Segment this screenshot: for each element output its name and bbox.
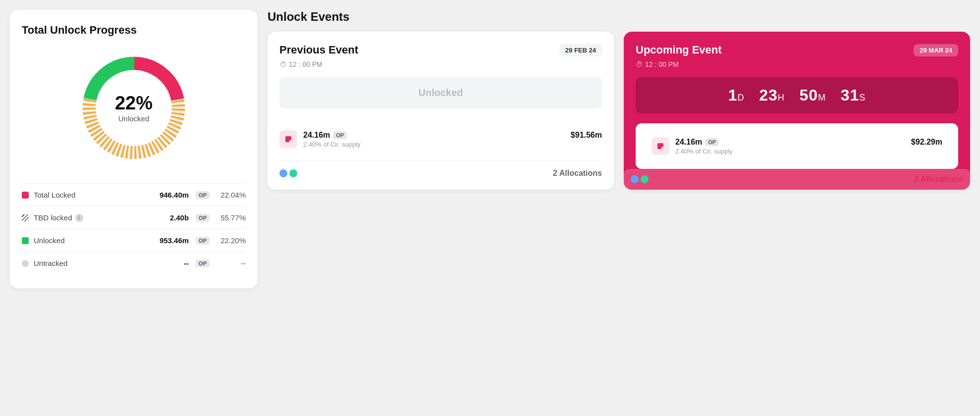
donut-label: Unlocked: [115, 114, 153, 123]
legend-row-tbd: TBD locked i 2.40b OP 55.77%: [22, 206, 246, 229]
upcoming-dot-green: [641, 175, 649, 183]
upcoming-alloc-amount-row: 24.16m OP $92.29m: [675, 138, 942, 147]
svg-rect-7: [288, 136, 291, 140]
prev-alloc-icon: [279, 130, 297, 148]
upcoming-event-footer: 2 Allocations: [624, 169, 970, 190]
upcoming-alloc-label[interactable]: 2 Allocations: [914, 175, 963, 184]
prev-alloc-dots: [279, 169, 297, 177]
legend-dot-unlocked: [22, 237, 29, 244]
upcoming-alloc-icon: [652, 137, 669, 155]
dot-blue: [279, 169, 287, 177]
countdown-minutes: 50: [799, 86, 818, 104]
upcoming-alloc-amount: 24.16m: [675, 138, 702, 147]
prev-alloc-label[interactable]: 2 Allocations: [553, 169, 602, 178]
prev-alloc-badge: OP: [333, 131, 347, 139]
upcoming-event-header: Upcoming Event 29 MAR 24: [636, 44, 958, 56]
prev-alloc-supply: 2.40% of Cir. supply: [303, 141, 602, 148]
prev-alloc-usd: $91.56m: [571, 131, 602, 140]
op-badge-locked: OP: [196, 191, 210, 199]
legend-pct-locked: 22.04%: [218, 191, 246, 199]
donut-center: 22% Unlocked: [115, 94, 153, 123]
tbd-info-icon[interactable]: i: [75, 214, 83, 222]
events-row: Previous Event 29 FEB 24 ⏱ 12 : 00 PM Un…: [268, 32, 970, 190]
upcoming-alloc-dots: [631, 175, 649, 183]
legend-pct-tbd: 55.77%: [218, 213, 246, 222]
upcoming-event-card: Upcoming Event 29 MAR 24 ⏱ 12 : 00 PM 1D…: [624, 32, 970, 190]
legend-pct-unlocked: 22.20%: [218, 236, 246, 245]
legend-rows: Total Locked 946.40m OP 22.04% TBD locke…: [22, 183, 246, 274]
prev-alloc-item: 24.16m OP $91.56m 2.40% of Cir. supply: [279, 124, 602, 154]
days-unit: D: [737, 93, 744, 103]
upcoming-alloc-wrapper: 24.16m OP $92.29m 2.40% of Cir. supply: [644, 131, 950, 161]
upcoming-clock-icon: ⏱: [636, 60, 643, 68]
upcoming-alloc-info: 24.16m OP $92.29m 2.40% of Cir. supply: [675, 138, 942, 155]
legend-name-locked: Total Locked: [34, 191, 155, 199]
countdown-box: 1D 23H 50M 31S: [636, 77, 958, 113]
panel-title: Total Unlock Progress: [22, 24, 246, 37]
legend-value-untracked: --: [184, 259, 189, 267]
op-badge-unlocked: OP: [196, 237, 210, 245]
upcoming-event-title: Upcoming Event: [636, 44, 722, 56]
prev-alloc-amount-row: 24.16m OP $91.56m: [303, 131, 602, 140]
prev-event-title: Previous Event: [279, 44, 358, 56]
upcoming-alloc-badge: OP: [705, 138, 719, 146]
donut-percent: 22%: [115, 94, 153, 112]
upcoming-alloc-item: 24.16m OP $92.29m 2.40% of Cir. supply: [652, 131, 942, 161]
svg-rect-10: [660, 143, 663, 147]
countdown-seconds: 31: [841, 86, 860, 104]
prev-event-header: Previous Event 29 FEB 24: [279, 44, 602, 56]
legend-value-unlocked: 953.46m: [160, 236, 189, 245]
total-unlock-panel: Total Unlock Progress 22% Unlocked Total…: [10, 10, 258, 288]
unlocked-status-btn: Unlocked: [279, 77, 602, 108]
previous-event-card: Previous Event 29 FEB 24 ⏱ 12 : 00 PM Un…: [268, 32, 614, 190]
prev-event-time: ⏱ 12 : 00 PM: [279, 60, 602, 68]
legend-name-tbd: TBD locked i: [34, 213, 165, 222]
donut-chart-container: 22% Unlocked: [22, 49, 246, 167]
legend-row-untracked: Untracked -- OP --: [22, 252, 246, 274]
minutes-unit: M: [818, 93, 826, 103]
legend-row-total-locked: Total Locked 946.40m OP 22.04%: [22, 183, 246, 206]
prev-alloc-info: 24.16m OP $91.56m 2.40% of Cir. supply: [303, 131, 602, 148]
upcoming-event-time: ⏱ 12 : 00 PM: [636, 60, 958, 68]
legend-dot-tbd: [22, 214, 29, 221]
upcoming-event-date: 29 MAR 24: [914, 44, 958, 56]
legend-pct-untracked: --: [218, 259, 246, 267]
legend-dot-locked: [22, 192, 29, 199]
legend-name-unlocked: Unlocked: [34, 236, 155, 245]
upcoming-alloc-usd: $92.29m: [911, 138, 942, 147]
legend-row-unlocked: Unlocked 953.46m OP 22.20%: [22, 229, 246, 252]
upcoming-alloc-supply: 2.40% of Cir. supply: [675, 148, 942, 155]
legend-dot-untracked: [22, 260, 29, 267]
hours-unit: H: [778, 93, 785, 103]
prev-event-date: 29 FEB 24: [559, 44, 602, 56]
op-badge-tbd: OP: [196, 214, 210, 222]
countdown-days: 1: [728, 86, 738, 104]
clock-icon: ⏱: [279, 60, 286, 68]
optimism-icon: [283, 134, 293, 144]
countdown-text: 1D 23H 50M 31S: [728, 86, 866, 104]
upcoming-optimism-icon: [655, 141, 665, 151]
op-badge-untracked: OP: [196, 260, 210, 267]
dot-green: [289, 169, 297, 177]
unlock-events-title: Unlock Events: [268, 10, 970, 24]
legend-name-untracked: Untracked: [34, 259, 179, 267]
legend-value-tbd: 2.40b: [170, 213, 189, 222]
prev-alloc-section: 24.16m OP $91.56m 2.40% of Cir. supply: [279, 118, 602, 160]
upcoming-dot-blue: [631, 175, 639, 183]
seconds-unit: S: [859, 93, 866, 103]
prev-event-footer: 2 Allocations: [279, 160, 602, 178]
prev-alloc-amount: 24.16m: [303, 131, 330, 140]
right-section: Unlock Events Previous Event 29 FEB 24 ⏱…: [268, 10, 970, 190]
upcoming-alloc-section: 24.16m OP $92.29m 2.40% of Cir. supply: [636, 123, 958, 169]
legend-value-locked: 946.40m: [160, 191, 189, 199]
countdown-hours: 23: [759, 86, 778, 104]
